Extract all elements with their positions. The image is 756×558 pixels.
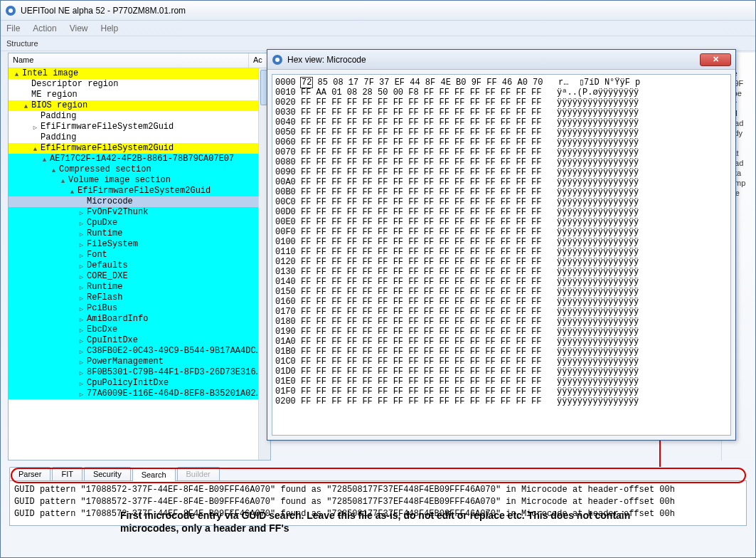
hex-line[interactable]: 0080 FF FF FF FF FF FF FF FF FF FF FF FF… bbox=[275, 157, 728, 167]
hex-line[interactable]: 0050 FF FF FF FF FF FF FF FF FF FF FF FF… bbox=[275, 127, 728, 137]
hex-line[interactable]: 01A0 FF FF FF FF FF FF FF FF FF FF FF FF… bbox=[275, 337, 728, 347]
expander-icon[interactable]: ▲ bbox=[68, 187, 76, 195]
hex-line[interactable]: 00A0 FF FF FF FF FF FF FF FF FF FF FF FF… bbox=[275, 177, 728, 187]
expander-icon[interactable]: ▷ bbox=[78, 230, 85, 238]
tree-row[interactable]: ▷77A6009E-116E-464D-8EF8-B35201A02… bbox=[9, 389, 270, 399]
menu-view[interactable]: View bbox=[70, 23, 88, 33]
hex-line[interactable]: 0010 FF AA 01 08 28 50 00 F8 FF FF FF FF… bbox=[275, 88, 728, 98]
titlebar[interactable]: UEFITool NE alpha 52 - P770ZM8M.01.rom bbox=[1, 1, 755, 21]
tree-row[interactable]: ▷PciBus bbox=[9, 303, 270, 314]
tree-row[interactable]: Padding bbox=[9, 132, 270, 143]
tree-row[interactable]: ▷CORE_DXE bbox=[9, 271, 270, 282]
tree-row[interactable]: ME region bbox=[9, 90, 270, 100]
hex-line[interactable]: 00E0 FF FF FF FF FF FF FF FF FF FF FF FF… bbox=[275, 217, 728, 227]
tree-row[interactable]: ▷Font bbox=[9, 250, 270, 260]
expander-icon[interactable]: ▲ bbox=[59, 177, 67, 184]
hex-line[interactable]: 0070 FF FF FF FF FF FF FF FF FF FF FF FF… bbox=[275, 147, 728, 157]
hex-line[interactable]: 01B0 FF FF FF FF FF FF FF FF FF FF FF FF… bbox=[275, 347, 728, 357]
hex-line[interactable]: 0150 FF FF FF FF FF FF FF FF FF FF FF FF… bbox=[275, 287, 728, 297]
hex-line[interactable]: 0200 FF FF FF FF FF FF FF FF FF FF FF FF… bbox=[275, 396, 728, 406]
expander-icon[interactable]: ▷ bbox=[78, 283, 85, 291]
hex-titlebar[interactable]: Hex view: Microcode ✕ bbox=[267, 50, 735, 70]
expander-icon[interactable]: ▷ bbox=[78, 369, 85, 377]
expander-icon[interactable]: ▷ bbox=[78, 379, 85, 387]
hex-line[interactable]: 01C0 FF FF FF FF FF FF FF FF FF FF FF FF… bbox=[275, 357, 728, 367]
tree-row[interactable]: ▲AE717C2F-1A42-4F2B-8861-78B79CA07E07 bbox=[9, 154, 270, 164]
tree-row[interactable]: ▷EfiFirmwareFileSystem2Guid bbox=[9, 122, 270, 132]
tree-row[interactable]: ▷EbcDxe bbox=[9, 325, 270, 335]
tree-row[interactable]: ▲BIOS region bbox=[9, 100, 270, 111]
expander-icon[interactable]: ▷ bbox=[78, 219, 85, 227]
hex-line[interactable]: 00B0 FF FF FF FF FF FF FF FF FF FF FF FF… bbox=[275, 187, 728, 197]
tree-row[interactable]: ▷Defaults bbox=[9, 260, 270, 271]
hex-body[interactable]: 0000 72 85 08 17 7F 37 EF 44 8F 4E B0 9F… bbox=[272, 74, 731, 436]
hex-line[interactable]: 0120 FF FF FF FF FF FF FF FF FF FF FF FF… bbox=[275, 257, 728, 267]
tree-row[interactable]: Padding bbox=[9, 111, 270, 122]
tree-row[interactable]: ▷ReFlash bbox=[9, 293, 270, 303]
expander-icon[interactable]: ▷ bbox=[78, 209, 85, 216]
hex-line[interactable]: 01F0 FF FF FF FF FF FF FF FF FF FF FF FF… bbox=[275, 386, 728, 396]
expander-icon[interactable]: ▷ bbox=[78, 358, 85, 366]
tree-row[interactable]: ▷FvOnFv2Thunk bbox=[9, 207, 270, 218]
hex-line[interactable]: 00C0 FF FF FF FF FF FF FF FF FF FF FF FF… bbox=[275, 197, 728, 207]
hex-line[interactable]: 0130 FF FF FF FF FF FF FF FF FF FF FF FF… bbox=[275, 267, 728, 277]
hex-line[interactable]: 0020 FF FF FF FF FF FF FF FF FF FF FF FF… bbox=[275, 98, 728, 107]
tree-row[interactable]: ▲Intel image bbox=[9, 68, 270, 79]
expander-icon[interactable]: ▲ bbox=[41, 155, 48, 163]
expander-icon[interactable]: ▷ bbox=[31, 123, 39, 131]
expander-icon[interactable]: ▷ bbox=[78, 315, 85, 323]
menu-help[interactable]: Help bbox=[101, 23, 119, 33]
expander-icon[interactable]: ▷ bbox=[78, 251, 85, 259]
tree-row[interactable]: ▲Volume image section bbox=[9, 175, 270, 186]
hex-line[interactable]: 0100 FF FF FF FF FF FF FF FF FF FF FF FF… bbox=[275, 237, 728, 247]
expander-icon[interactable]: ▲ bbox=[13, 70, 21, 78]
search-result-line[interactable]: GUID pattern "17088572-377F-44EF-8F4E-B0… bbox=[14, 484, 742, 496]
hex-line[interactable]: 0090 FF FF FF FF FF FF FF FF FF FF FF FF… bbox=[275, 167, 728, 177]
hex-line[interactable]: 0030 FF FF FF FF FF FF FF FF FF FF FF FF… bbox=[275, 107, 728, 117]
expander-icon[interactable]: ▷ bbox=[78, 347, 85, 355]
expander-icon[interactable]: ▷ bbox=[78, 241, 85, 248]
tree-row[interactable]: Microcode bbox=[9, 196, 270, 207]
expander-icon[interactable]: ▲ bbox=[31, 144, 39, 152]
expander-icon[interactable]: ▷ bbox=[78, 326, 85, 334]
expander-icon[interactable]: ▷ bbox=[78, 390, 85, 398]
hex-line[interactable]: 0110 FF FF FF FF FF FF FF FF FF FF FF FF… bbox=[275, 247, 728, 257]
tree-row[interactable]: ▷AmiBoardInfo bbox=[9, 314, 270, 325]
tree-row[interactable]: ▷PowerManagement bbox=[9, 357, 270, 367]
hex-line[interactable]: 0000 72 85 08 17 7F 37 EF 44 8F 4E B0 9F… bbox=[275, 78, 728, 88]
expander-icon[interactable]: ▷ bbox=[78, 337, 85, 344]
hex-line[interactable]: 01D0 FF FF FF FF FF FF FF FF FF FF FF FF… bbox=[275, 367, 728, 377]
tree-row[interactable]: ▲EfiFirmwareFileSystem2Guid bbox=[9, 186, 270, 196]
hex-line[interactable]: 01E0 FF FF FF FF FF FF FF FF FF FF FF FF… bbox=[275, 377, 728, 386]
menu-file[interactable]: File bbox=[6, 23, 20, 33]
tree-row[interactable]: Descriptor region bbox=[9, 79, 270, 90]
hex-line[interactable]: 0160 FF FF FF FF FF FF FF FF FF FF FF FF… bbox=[275, 297, 728, 307]
hex-line[interactable]: 0060 FF FF FF FF FF FF FF FF FF FF FF FF… bbox=[275, 137, 728, 147]
expander-icon[interactable]: ▷ bbox=[78, 305, 85, 312]
search-result-line[interactable]: GUID pattern "17088572-377F-44EF-8F4E-B0… bbox=[14, 496, 742, 508]
tree-row[interactable]: ▷FileSystem bbox=[9, 239, 270, 250]
menu-action[interactable]: Action bbox=[33, 23, 56, 33]
structure-tree[interactable]: Name Ac ▲Intel imageDescriptor regionME … bbox=[8, 53, 271, 460]
expander-icon[interactable]: ▲ bbox=[22, 102, 30, 110]
tree-row[interactable]: ▷8F0B5301-C79B-44F1-8FD3-26D73E316… bbox=[9, 367, 270, 378]
tree-row[interactable]: ▷CpuDxe bbox=[9, 218, 270, 228]
col-name[interactable]: Name bbox=[9, 53, 249, 68]
tree-body[interactable]: ▲Intel imageDescriptor regionME region▲B… bbox=[9, 68, 270, 460]
hex-line[interactable]: 0040 FF FF FF FF FF FF FF FF FF FF FF FF… bbox=[275, 117, 728, 127]
hex-dialog[interactable]: Hex view: Microcode ✕ 0000 72 85 08 17 7… bbox=[267, 49, 736, 441]
expander-icon[interactable]: ▷ bbox=[78, 273, 85, 280]
expander-icon[interactable]: ▷ bbox=[78, 262, 85, 270]
tree-row[interactable]: ▷Runtime bbox=[9, 228, 270, 239]
hex-line[interactable]: 0190 FF FF FF FF FF FF FF FF FF FF FF FF… bbox=[275, 327, 728, 337]
hex-line[interactable]: 0140 FF FF FF FF FF FF FF FF FF FF FF FF… bbox=[275, 277, 728, 287]
hex-line[interactable]: 0180 FF FF FF FF FF FF FF FF FF FF FF FF… bbox=[275, 317, 728, 327]
hex-line[interactable]: 00F0 FF FF FF FF FF FF FF FF FF FF FF FF… bbox=[275, 227, 728, 237]
close-button[interactable]: ✕ bbox=[700, 53, 731, 66]
tree-row[interactable]: ▷Runtime bbox=[9, 282, 270, 293]
tree-row[interactable]: ▷CpuPolicyInitDxe bbox=[9, 378, 270, 389]
expander-icon[interactable]: ▷ bbox=[78, 294, 85, 302]
hex-line[interactable]: 00D0 FF FF FF FF FF FF FF FF FF FF FF FF… bbox=[275, 207, 728, 217]
tree-row[interactable]: ▲EfiFirmwareFileSystem2Guid bbox=[9, 143, 270, 154]
hex-line[interactable]: 0170 FF FF FF FF FF FF FF FF FF FF FF FF… bbox=[275, 307, 728, 317]
